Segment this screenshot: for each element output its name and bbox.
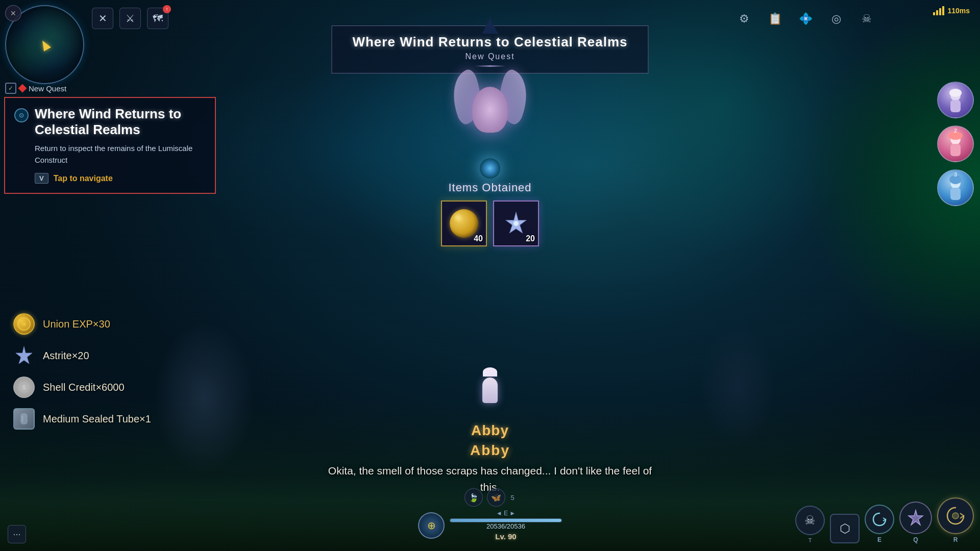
quest-panel-icon: ⊙ [14,108,29,122]
quest-panel-title: Where Wind Returns to Celestial Realms [35,106,206,138]
system-icon[interactable]: ⚙ [733,8,755,30]
ping-bars [933,6,944,15]
compass-counter: 5 [509,494,515,502]
char-number-3: 3 [954,171,957,178]
nav-arrows: ◄ E ► [450,510,562,517]
svg-marker-4 [16,346,32,364]
quest-navigate-label: Tap to navigate [54,174,113,183]
quest-notification-title: Where Wind Returns to Celestial Realms [352,34,627,50]
ping-value: 110ms [947,7,970,15]
player-body [482,378,498,403]
char-number-2: 2 [954,128,957,134]
leaf-icon[interactable]: 🍃 [464,488,483,507]
coin-count: 40 [474,234,483,243]
mob-area: ☠ T [795,506,825,543]
character-panel-1[interactable] [937,82,974,118]
skill-r-key: R [953,536,958,543]
journal-icon[interactable]: 📋 [764,8,786,30]
skill-e-button[interactable] [865,505,894,534]
minimap-close-button[interactable]: ✕ [5,5,21,21]
butterfly-icon[interactable]: 🦋 [487,488,505,507]
skill-e-key: E [877,536,881,543]
credit-icon: $ [13,377,35,398]
new-quest-indicator: ✓ New Quest [5,83,66,94]
skill-q-area: Q [899,502,932,543]
character-icon[interactable]: ⚔ [119,8,141,29]
compass-main[interactable]: ⊕ [418,512,445,539]
skill-r-area: R [937,497,974,543]
ping-bar-4 [942,6,944,15]
credit-reward-label: Shell Credit×6000 [43,382,125,393]
map-badge: ! [163,5,171,13]
creature [449,66,531,179]
exp-reward-label: Union EXP×30 [43,318,110,330]
bottom-left-menu[interactable]: ··· [8,525,26,543]
check-icon: ✓ [5,83,16,94]
credit-reward-icon: $ [12,375,36,399]
map-icon[interactable]: 🗺 ! [147,8,168,29]
close-icon[interactable]: ✕ [92,8,113,29]
stamina-bar-wrap: ◄ E ► 20536/20536 [450,510,562,530]
right-characters: 2 3 [937,82,974,206]
items-row: 40 20 [441,201,539,246]
quest-navigate[interactable]: V Tap to navigate [14,173,206,184]
stamina-container: ◄ E ► 20536/20536 Lv. 90 [450,510,562,541]
skill-buttons: ☠ T ⬡ E Q R [795,497,974,543]
cube-icon[interactable]: ⬡ [830,514,860,543]
stamina-bar-fill [450,519,561,522]
ping-bar-2 [936,10,938,15]
character-panel-2[interactable]: 2 [937,126,974,162]
items-obtained-panel: Items Obtained 40 20 [441,181,539,246]
quest-description: Return to inspect the remains of the Lum… [14,143,206,166]
reward-item-astrite: Astrite×20 [12,344,151,367]
tube-reward-label: Medium Sealed Tube×1 [43,413,151,425]
mob-icon[interactable]: ☠ [795,506,825,535]
creature-glow [480,158,500,179]
top-right-nav: ⚙ 📋 💠 ◎ ☠ [733,8,878,30]
svg-rect-16 [950,188,961,200]
compass-icons-row: 🍃 🦋 5 [464,488,515,507]
svg-rect-7 [21,414,27,424]
cube-area: ⬡ [830,514,860,543]
star-icon [503,210,529,237]
items-obtained-title: Items Obtained [441,181,539,194]
reward-item-credit: $ Shell Credit×6000 [12,375,151,399]
ping-bar-1 [933,12,935,15]
compass-area: 🍃 🦋 5 ⊕ ◄ E ► 20536/20536 Lv. 90 [418,488,562,541]
svg-text:$: $ [22,384,26,390]
item-box-star: 20 [493,201,539,246]
player-name: Abby [471,422,509,439]
svg-rect-10 [950,100,961,112]
exp-reward-icon: ★ [12,312,36,336]
tube-icon [13,408,35,430]
player-hair [483,367,497,377]
star-count: 20 [526,234,535,243]
quest-notification-subtitle: New Quest [352,52,627,61]
svg-point-1 [513,221,519,226]
skill-q-key: Q [913,536,918,543]
top-nav: ✕ ⚔ 🗺 ! [92,8,168,29]
dialogue-speaker: Abby [324,442,656,459]
synthesis-icon[interactable]: 💠 [794,8,817,30]
menu4-icon[interactable]: ◎ [825,8,847,30]
menu-dots-button[interactable]: ··· [8,525,26,543]
skill-q-button[interactable] [899,502,932,534]
svg-point-11 [949,89,962,97]
quest-key: V [35,173,48,184]
player-figure [475,367,505,418]
svg-point-18 [952,513,959,519]
level-badge: Lv. 90 [495,532,516,541]
minimap[interactable]: ✕ [5,5,89,89]
astrite-icon [13,345,35,366]
reward-item-tube: Medium Sealed Tube×1 [12,407,151,431]
stamina-numbers: 20536/20536 [450,522,562,530]
tube-reward-icon [12,407,36,431]
reward-item-exp: ★ Union EXP×30 [12,312,151,336]
skill-r-button[interactable] [937,497,974,534]
boss-icon[interactable]: ☠ [855,8,878,30]
ping-indicator: 110ms [933,6,970,15]
astrite-reward-label: Astrite×20 [43,350,89,362]
rewards-panel: ★ Union EXP×30 Astrite×20 $ Shell Credi [0,302,163,449]
svg-text:★: ★ [22,321,27,327]
character-panel-3[interactable]: 3 [937,169,974,206]
